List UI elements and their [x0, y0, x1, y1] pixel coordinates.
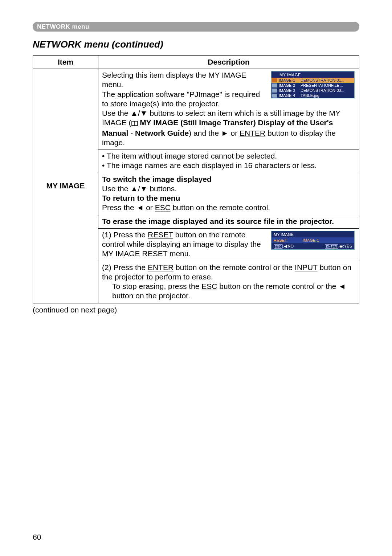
desc-heading: To erase the image displayed and its sou… — [102, 217, 334, 225]
osd-row-1: IMAGE-1 DEMONSTRATION-01... — [271, 78, 354, 83]
osd-row-3: IMAGE-3 DEMONSTRATION-03... — [271, 88, 354, 93]
desc-span: To stop erasing, press the — [112, 282, 201, 290]
osd-buttons-row: ESC,◀:NO ENTER,◉:YES — [271, 243, 354, 249]
desc-block-2: • The item without image stored cannot b… — [98, 150, 359, 173]
desc-span: button on the remote control or the — [173, 263, 295, 271]
col-header-desc: Description — [98, 56, 359, 69]
desc-span: Press the ◄ or — [102, 203, 155, 212]
desc-span: (1) Press the — [102, 230, 148, 239]
desc-block-3: To switch the image displayed Use the ▲/… — [98, 173, 359, 215]
desc-block-4: To erase the image displayed and its sou… — [98, 215, 359, 228]
osd-row-value: PRESENTATIONFILE... — [301, 83, 352, 87]
osd-reset-menu: MY IMAGE RESET: IMAGE-1 ESC,◀:NO ENTER,◉… — [271, 231, 355, 250]
osd-text: ,◉:YES — [338, 244, 352, 248]
desc-text: (2) Press the ENTER button on the remote… — [102, 263, 355, 301]
osd-reset-row: RESET: IMAGE-1 — [271, 237, 354, 243]
menu-table: Item Description MY IMAGE MY IMAGE IMAGE… — [33, 55, 359, 303]
breadcrumb-bar: NETWORK menu — [33, 22, 359, 32]
desc-text: Use the ▲/▼ buttons. — [102, 184, 355, 193]
enter-keybox: ENTER — [325, 244, 338, 249]
osd-row-label: IMAGE-4 — [279, 93, 301, 98]
desc-text: Use the ▲/▼ buttons to select an item wh… — [102, 109, 355, 147]
image-icon — [272, 83, 277, 87]
osd-text: ,◀:NO — [283, 244, 294, 248]
esc-keybox: ESC — [274, 244, 283, 249]
osd-row-label: IMAGE-1 — [279, 78, 301, 82]
image-icon — [272, 94, 277, 98]
osd-row-2: IMAGE-2 PRESENTATIONFILE... — [271, 83, 354, 88]
item-cell-myimage: MY IMAGE — [33, 69, 98, 303]
image-icon — [272, 78, 277, 82]
esc-button-ref: ESC — [155, 203, 171, 212]
desc-cell: MY IMAGE IMAGE-1 DEMONSTRATION-01... IMA… — [98, 69, 359, 303]
osd-row-label: IMAGE-2 — [279, 83, 301, 87]
osd-title: MY IMAGE — [271, 231, 354, 237]
osd-title: MY IMAGE — [271, 71, 354, 78]
desc-heading: To switch the image displayed — [102, 175, 212, 183]
desc-span: button on the remote control. — [171, 203, 270, 212]
desc-text: • The image names are each displayed in … — [102, 161, 355, 170]
continued-note: (continued on next page) — [33, 306, 359, 314]
image-icon — [272, 89, 277, 93]
osd-row-value: DEMONSTRATION-03... — [301, 88, 352, 93]
osd-row-value: DEMONSTRATION-01... — [301, 78, 352, 82]
osd-reset-label: RESET: — [274, 238, 303, 242]
enter-button-ref: ENTER — [240, 129, 265, 137]
desc-heading: To return to the menu — [102, 194, 180, 202]
desc-block-5: MY IMAGE RESET: IMAGE-1 ESC,◀:NO ENTER,◉… — [98, 228, 359, 261]
osd-row-value: TABLE.jpg — [301, 93, 352, 98]
osd-left-option: ESC,◀:NO — [274, 244, 294, 249]
enter-button-ref: ENTER — [148, 263, 173, 271]
desc-text: • The item without image stored cannot b… — [102, 151, 355, 161]
page-number: 60 — [33, 533, 41, 541]
col-header-item: Item — [33, 56, 98, 69]
desc-span: (2) Press the — [102, 263, 148, 271]
osd-row-label: IMAGE-3 — [279, 88, 301, 93]
reset-button-ref: RESET — [148, 230, 173, 239]
input-button-ref: INPUT — [295, 263, 318, 271]
desc-span: ) and the ► or — [189, 129, 240, 137]
osd-right-option: ENTER,◉:YES — [325, 244, 352, 249]
esc-button-ref: ESC — [201, 282, 217, 290]
desc-block-6: (2) Press the ENTER button on the remote… — [98, 261, 359, 303]
book-icon — [131, 119, 138, 128]
desc-text: Press the ◄ or ESC button on the remote … — [102, 203, 355, 212]
osd-myimage-menu: MY IMAGE IMAGE-1 DEMONSTRATION-01... IMA… — [271, 71, 355, 98]
osd-reset-value: IMAGE-1 — [303, 238, 319, 242]
section-title: NETWORK menu (continued) — [33, 39, 359, 50]
desc-block-1: MY IMAGE IMAGE-1 DEMONSTRATION-01... IMA… — [98, 69, 359, 150]
breadcrumb-text: NETWORK menu — [37, 23, 89, 30]
osd-row-4: IMAGE-4 TABLE.jpg — [271, 93, 354, 98]
